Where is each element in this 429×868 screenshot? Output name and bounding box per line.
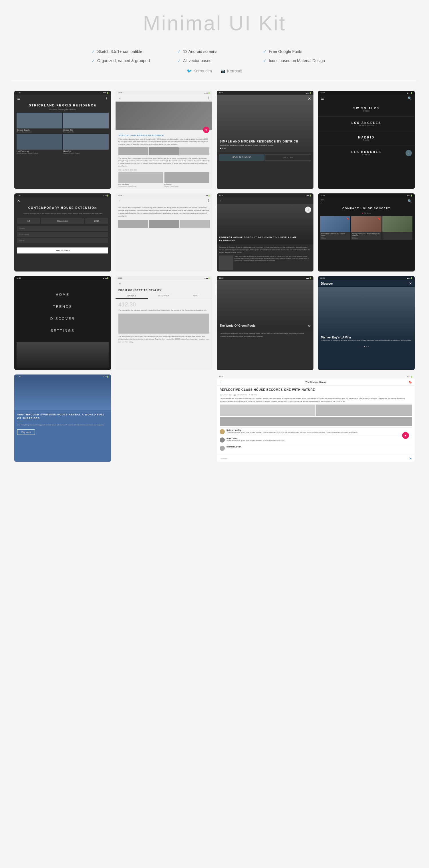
more-icon-1[interactable]: ⋮ xyxy=(105,96,108,100)
s6-thumb-1 xyxy=(118,220,148,228)
close-icon-11[interactable]: ✕ xyxy=(308,324,311,329)
tab-about[interactable]: ABOUT xyxy=(180,293,212,299)
menu-item-discover[interactable]: DISCOVER xyxy=(14,313,111,325)
s8-card-1[interactable]: 🔖 Three Storey Extension To A Lakeside H… xyxy=(320,216,350,240)
s5-field-email[interactable]: Email xyxy=(17,238,108,243)
status-icons-5: ▲●●🔋 xyxy=(103,194,109,196)
menu-item-trends[interactable]: TRENDS xyxy=(14,301,111,313)
s5-date-day[interactable]: 12 xyxy=(17,218,40,224)
s10-number: 412.30 xyxy=(119,301,209,308)
s4-madrid-country: Spain xyxy=(321,139,412,141)
menu-item-home[interactable]: HOME xyxy=(14,289,111,301)
tab-interview[interactable]: INTERVIEW xyxy=(148,293,180,299)
battery-4: ▲●●🔋 xyxy=(407,92,412,94)
s3-title: SIMPLE AND MODERN RESIDENCE BY DIETRICH xyxy=(220,140,298,144)
time-13: 12:30 xyxy=(16,376,21,377)
s4-item-madrid[interactable]: MADRID Spain xyxy=(318,131,415,146)
share-icon-2[interactable]: ⤴ xyxy=(208,96,209,100)
back-icon-10[interactable]: ← xyxy=(119,281,122,285)
s14-input[interactable]: Comment xyxy=(220,458,408,459)
wifi-icon-1: ▲ xyxy=(100,92,102,94)
s4-item-swiss[interactable]: SWISS ALPS Swiss xyxy=(318,102,415,117)
page-title: Minimal UI Kit xyxy=(0,11,429,35)
s14-avatar-1 xyxy=(220,429,225,434)
s8-card-3[interactable] xyxy=(383,216,412,240)
close-icon-12[interactable]: ✕ xyxy=(409,281,412,285)
search-icon-8[interactable]: 🔍 xyxy=(407,199,412,203)
s13-divider xyxy=(17,422,23,422)
screen-detail-long: 12:30 ▲●●🔋 ← ⤴ The second floor incorpor… xyxy=(116,193,212,272)
back-icon-14[interactable]: ← xyxy=(220,380,223,384)
s14-comment-2-text: Vestibulum rutrum quam vitae fringilla t… xyxy=(227,439,285,442)
close-icon-5[interactable]: ✕ xyxy=(17,199,20,203)
s2-body2: The second floor incorporates an open li… xyxy=(119,157,209,167)
status-bar-11: 12:30 ▲●●🔋 xyxy=(217,276,314,280)
share-icon-6[interactable]: ⤴ xyxy=(208,199,209,203)
screen-green-roofs: 12:30 ▲●●🔋 ✕ The World Of Green Roofs Th… xyxy=(217,276,314,370)
back-icon-6[interactable]: ← xyxy=(119,199,122,203)
s4-fab[interactable]: + xyxy=(405,150,412,156)
battery-13: ▲●●🔋 xyxy=(103,376,109,378)
instagram-link[interactable]: 📷 Kerroudj xyxy=(221,69,242,73)
s8-title: COMPACT HOUSE CONCEPT xyxy=(321,207,412,210)
s1-cap-mexico-sub: Secrets House xyxy=(63,131,109,133)
back-icon-7[interactable]: ← xyxy=(220,199,223,203)
twitter-link[interactable]: 🐦 Kerroudjm xyxy=(187,69,212,73)
feature-item-2: ✓ 13 Android screens xyxy=(177,49,252,54)
s12-overlay: Michael Bay's LA Villa The process of de… xyxy=(321,336,411,341)
s5-date-row: 12 December 2016 xyxy=(14,217,111,225)
s10-article-text: The concept for the villa was originally… xyxy=(119,309,209,312)
s5-field-firstname[interactable]: First name xyxy=(17,232,108,237)
bookmark-icon-14[interactable]: 🔖 xyxy=(408,380,412,384)
s12-property-desc: The process of designing and then buildi… xyxy=(321,340,411,341)
s13-title: SEE-THROUGH SWIMMING POOLS REVEAL A WORL… xyxy=(17,413,108,420)
s4-leshouches-country: France xyxy=(321,154,412,156)
s8-card-2[interactable]: 🔖 Heritage Home Gets A Bold, Contemporar… xyxy=(351,216,381,240)
s3-dots xyxy=(220,148,298,149)
battery-6: ▲●●🔋 xyxy=(204,194,210,196)
twitter-handle: Kerroudjm xyxy=(193,69,212,73)
s7-share-btn[interactable]: ⤴ xyxy=(305,207,311,213)
s14-meta-time: 🕐 2 hours ago xyxy=(220,394,232,396)
status-bar-13: 12:30 ▲●●🔋 xyxy=(14,374,111,378)
s2-heart-btn[interactable]: ♥ xyxy=(203,127,209,133)
s5-btn[interactable]: Rent this house xyxy=(17,247,108,253)
tab-article[interactable]: ARTICLE xyxy=(116,293,148,299)
s5-field-name[interactable]: Name xyxy=(17,226,108,231)
feature-item-3: ✓ Free Google Fonts xyxy=(263,49,337,54)
s5-date-year[interactable]: 2016 xyxy=(85,218,108,224)
s4-item-la[interactable]: LOS ANGELES United States xyxy=(318,117,415,131)
close-icon-3[interactable]: ✕ xyxy=(308,96,311,101)
s4-la-name: LOS ANGELES xyxy=(321,121,412,124)
toolbar-1: ☰ ⋮ xyxy=(14,95,111,102)
s8-likes-row: ♥ 36 likes xyxy=(321,211,412,215)
s3-btn-book[interactable]: BOOK THIS HOUSE xyxy=(219,154,265,161)
back-icon-2[interactable]: ← xyxy=(119,96,122,100)
menu-item-settings[interactable]: SETTINGS xyxy=(14,325,111,337)
s3-btn-location[interactable]: LOCATION xyxy=(265,154,311,161)
s14-heart-fab[interactable]: ♥ xyxy=(402,432,409,439)
s10-title: FROM CONCEPT TO REALITY xyxy=(116,287,212,293)
feature-text-6: Icons based on Material Design xyxy=(269,58,325,63)
check-icon-5: ✓ xyxy=(177,58,181,63)
search-icon-4[interactable]: 🔍 xyxy=(407,96,412,100)
screen-compact-cards: 12:30 ▲●●🔋 ☰ 🔍 COMPACT HOUSE CONCEPT ♥ 3… xyxy=(318,193,415,272)
s11-body: The strategies architects use to make bu… xyxy=(217,330,314,340)
send-icon-14[interactable]: ➤ xyxy=(409,456,412,460)
s13-btn[interactable]: Play video xyxy=(17,429,35,435)
status-bar-14: 12:30 ▲●●🔋 xyxy=(217,374,415,378)
menu-icon-8[interactable]: ☰ xyxy=(321,199,324,203)
s3-hero: ✕ SIMPLE AND MODERN RESIDENCE BY DIETRIC… xyxy=(217,95,314,152)
s1-cap-mexico: Mexico City Secrets House xyxy=(63,129,109,133)
s5-date-month[interactable]: December xyxy=(41,218,84,224)
s14-comment-2: Bryan Silva Vestibulum rutrum quam vitae… xyxy=(220,436,412,444)
battery-7: ▲●●🔋 xyxy=(305,194,311,196)
time-11: 12:30 xyxy=(219,277,223,279)
s1-cap-palmeras-title: Las Palmeras xyxy=(16,150,62,152)
s1-subtitle: Moderne Rectangulare House xyxy=(17,108,108,111)
toolbar-8: ☰ 🔍 xyxy=(318,197,415,205)
menu-icon-4[interactable]: ☰ xyxy=(321,96,324,100)
menu-icon-1[interactable]: ☰ xyxy=(17,96,20,100)
screen-menu: 12:30 ▲●●🔋 HOME TRENDS DISCOVER SETTINGS xyxy=(14,276,111,370)
s4-item-leshouches[interactable]: LES HOUCHES France + xyxy=(318,146,415,160)
